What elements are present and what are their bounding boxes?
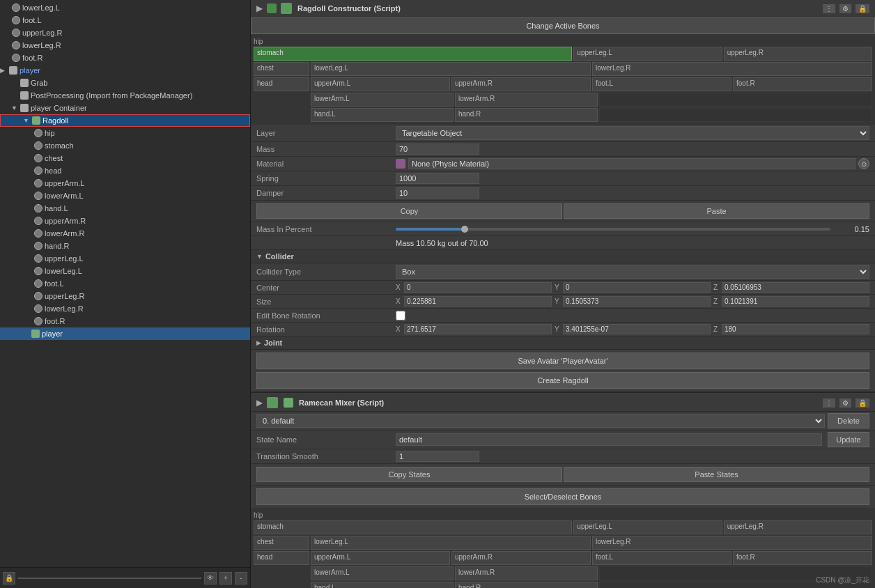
tree-item-footR2[interactable]: foot.R xyxy=(0,315,250,327)
size-y[interactable] xyxy=(563,296,711,307)
collider-type-select[interactable]: Box xyxy=(396,265,869,279)
damper-input[interactable] xyxy=(396,187,479,199)
tree-item-upperLegR2[interactable]: upperLeg.R xyxy=(0,290,250,302)
tree-item-lowerArmR2[interactable]: lowerArm.R xyxy=(0,227,250,240)
create-ragdoll-btn[interactable]: Create Ragdoll xyxy=(256,372,869,389)
lowerLegR-cell[interactable]: lowerLeg.R xyxy=(592,62,872,76)
tree-item-player[interactable]: ▶ player xyxy=(0,64,250,77)
ragdoll-settings-btn[interactable]: ⚙ xyxy=(839,4,851,13)
ramecan-lock-btn[interactable]: 🔒 xyxy=(855,399,869,408)
center-x[interactable] xyxy=(404,282,552,293)
chest-cell2[interactable]: chest xyxy=(254,536,309,550)
select-deselect-btn[interactable]: Select/Deselect Bones xyxy=(256,488,869,505)
upperArmR-cell2[interactable]: upperArm.R xyxy=(451,551,591,565)
tree-item-lowerLegR2[interactable]: lowerLeg.R xyxy=(0,302,250,315)
lowerArmR-cell[interactable]: lowerArm.R xyxy=(455,93,598,107)
upperLegL-cell2[interactable]: upperLeg.L xyxy=(573,520,722,534)
size-z[interactable] xyxy=(722,296,869,307)
tree-item-upperArmL2[interactable]: upperArm.L xyxy=(0,177,250,189)
tree-item-playerContainer[interactable]: ▼ player Container xyxy=(0,102,250,114)
tree-item-ragdoll[interactable]: ▼ Ragdoll xyxy=(0,114,250,127)
change-active-bones-btn[interactable]: Change Active Bones xyxy=(251,17,875,34)
stomach-cell[interactable]: stomach xyxy=(254,47,572,61)
state-name-input[interactable] xyxy=(396,433,822,446)
ramecan-menu-btn[interactable]: ⋮ xyxy=(823,399,835,408)
upperLegL-cell[interactable]: upperLeg.L xyxy=(573,47,722,61)
handR-cell[interactable]: hand.R xyxy=(455,108,598,122)
paste-btn[interactable]: Paste xyxy=(564,203,869,219)
copy-btn[interactable]: Copy xyxy=(256,203,562,219)
ragdoll-menu-btn[interactable]: ⋮ xyxy=(823,4,835,13)
upperLegR-cell2[interactable]: upperLeg.R xyxy=(724,520,872,534)
tree-item-upperArmR2[interactable]: upperArm.R xyxy=(0,215,250,227)
copy-states-btn[interactable]: Copy States xyxy=(256,467,562,482)
lowerArmL-cell2[interactable]: lowerArm.L xyxy=(311,566,454,580)
save-avatar-btn[interactable]: Save Avatar 'PlayerAvatar' xyxy=(256,353,869,369)
tree-item-lowerLegR[interactable]: lowerLeg.R xyxy=(0,39,250,52)
delete-state-btn[interactable]: Delete xyxy=(828,413,869,428)
tree-item-chest2[interactable]: chest xyxy=(0,152,250,164)
plus-btn[interactable]: + xyxy=(219,572,232,585)
rotation-z[interactable] xyxy=(722,324,869,334)
footL-cell[interactable]: foot.L xyxy=(592,77,731,91)
stomach-cell2[interactable]: stomach xyxy=(254,520,572,534)
tree-item-footL2[interactable]: foot.L xyxy=(0,277,250,290)
transition-smooth-input[interactable] xyxy=(396,451,479,462)
tree-item-postProcessing[interactable]: PostProcessing (Import from PackageManag… xyxy=(0,89,250,102)
center-z[interactable] xyxy=(722,282,869,293)
handL-cell2[interactable]: hand.L xyxy=(311,582,454,588)
minus-btn[interactable]: - xyxy=(235,572,247,585)
collider-toggle[interactable]: ▼ Collider xyxy=(251,250,875,263)
joint-toggle[interactable]: ▶ Joint xyxy=(251,336,875,350)
mass-input[interactable] xyxy=(396,144,479,155)
chest-cell[interactable]: chest xyxy=(254,62,309,76)
edit-bone-rotation-checkbox[interactable] xyxy=(396,311,405,320)
lowerArmL-cell[interactable]: lowerArm.L xyxy=(311,93,454,107)
handR-cell2[interactable]: hand.R xyxy=(455,582,598,588)
size-x[interactable] xyxy=(404,296,552,307)
tree-item-handL2[interactable]: hand.L xyxy=(0,202,250,215)
spring-input[interactable] xyxy=(396,173,479,184)
tree-item-upperLegL2[interactable]: upperLeg.L xyxy=(0,252,250,265)
rotation-y[interactable] xyxy=(563,324,711,334)
layer-select[interactable]: Targetable Object xyxy=(396,126,869,140)
ramecan-settings-btn[interactable]: ⚙ xyxy=(839,399,851,408)
material-pick-btn[interactable]: ⊙ xyxy=(858,158,869,169)
footR-cell2[interactable]: foot.R xyxy=(733,551,872,565)
lowerLegR-cell2[interactable]: lowerLeg.R xyxy=(592,536,872,550)
upperArmR-cell[interactable]: upperArm.R xyxy=(451,77,591,91)
lock-btn[interactable]: 🔒 xyxy=(3,572,15,585)
tree-item-footR[interactable]: foot.R xyxy=(0,52,250,64)
handL-cell[interactable]: hand.L xyxy=(311,108,454,122)
tree-item-lowerLegL[interactable]: lowerLeg.L xyxy=(0,1,250,14)
tree-item-hip2[interactable]: hip xyxy=(0,127,250,139)
tree-item-stomach2[interactable]: stomach xyxy=(0,139,250,152)
upperLegR-cell[interactable]: upperLeg.R xyxy=(724,47,872,61)
update-btn[interactable]: Update xyxy=(828,432,869,447)
upperArmL-cell2[interactable]: upperArm.L xyxy=(311,551,450,565)
upperArmL-cell[interactable]: upperArm.L xyxy=(311,77,450,91)
tree-item-head2[interactable]: head xyxy=(0,164,250,177)
tree-item-lowerArmL2[interactable]: lowerArm.L xyxy=(0,189,250,202)
tree-item-upperLegR[interactable]: upperLeg.R xyxy=(0,26,250,39)
ragdoll-lock-btn[interactable]: 🔒 xyxy=(855,4,869,13)
hierarchy-list[interactable]: lowerLeg.L foot.L upperLeg.R lowerLeg.R … xyxy=(0,0,250,567)
tree-item-grab[interactable]: Grab xyxy=(0,77,250,89)
tree-item-lowerLegL2[interactable]: lowerLeg.L xyxy=(0,265,250,277)
rotation-x[interactable] xyxy=(404,324,552,334)
footR-cell[interactable]: foot.R xyxy=(733,77,872,91)
lowerLegL-cell[interactable]: lowerLeg.L xyxy=(311,62,591,76)
head-cell2[interactable]: head xyxy=(254,551,309,565)
center-y[interactable] xyxy=(563,282,711,293)
tree-item-player2[interactable]: player xyxy=(0,327,250,340)
eye-btn[interactable]: 👁 xyxy=(204,572,217,585)
lowerArmR-cell2[interactable]: lowerArm.R xyxy=(455,566,598,580)
tree-item-footL[interactable]: foot.L xyxy=(0,14,250,26)
tree-item-handR2[interactable]: hand.R xyxy=(0,240,250,252)
state-dropdown[interactable]: 0. default xyxy=(256,414,825,428)
footL-cell2[interactable]: foot.L xyxy=(592,551,731,565)
mass-slider[interactable] xyxy=(396,228,830,231)
lowerLegL-cell2[interactable]: lowerLeg.L xyxy=(311,536,591,550)
paste-states-btn[interactable]: Paste States xyxy=(564,467,869,482)
head-cell[interactable]: head xyxy=(254,77,309,91)
